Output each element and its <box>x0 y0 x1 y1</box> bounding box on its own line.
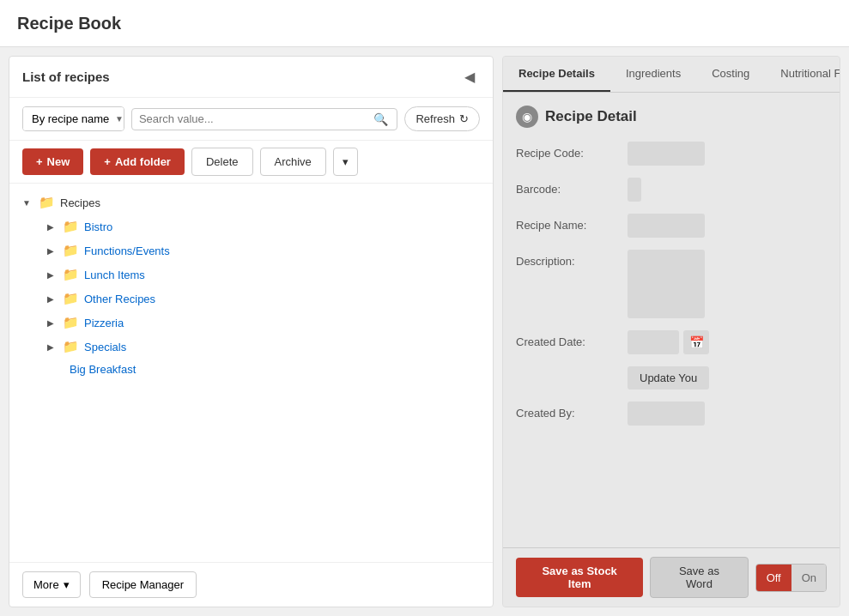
tab-nutritional-facts-label: Nutritional Facts <box>780 67 840 80</box>
archive-button[interactable]: Archive <box>260 148 326 176</box>
search-wrapper: 🔍 <box>131 108 398 130</box>
form-row-recipe-name: Recipe Name: <box>516 214 827 238</box>
save-stock-button[interactable]: Save as Stock Item <box>516 558 643 597</box>
recipe-name-label: Recipe Name: <box>516 214 628 232</box>
delete-label: Delete <box>206 155 239 168</box>
left-panel-title: List of recipes <box>22 69 110 84</box>
pizzeria-label: Pizzeria <box>84 317 124 329</box>
bistro-label: Bistro <box>84 220 112 233</box>
tree-item-other-recipes[interactable]: ▶ 📁 Other Recipes <box>9 287 493 311</box>
more-dropdown-icon: ▾ <box>64 578 70 591</box>
app-title: Recipe Book <box>17 14 121 33</box>
app-header: Recipe Book <box>0 0 849 47</box>
created-date-input[interactable] <box>628 330 679 354</box>
calendar-button[interactable]: 📅 <box>683 330 709 354</box>
recipe-detail-content: ◉ Recipe Detail Recipe Code: Barcode: Re… <box>503 93 840 547</box>
tree-root-label: Recipes <box>60 196 100 209</box>
toggle-group: Off On <box>755 564 827 592</box>
collapse-button[interactable]: ◀ <box>459 67 480 87</box>
tab-recipe-details-label: Recipe Details <box>518 67 595 80</box>
specials-label: Specials <box>84 341 126 353</box>
right-bottom-bar: Save as Stock Item Save as Word Off On <box>503 547 840 607</box>
add-folder-button[interactable]: + Add folder <box>90 148 185 175</box>
toggle-on-label: On <box>802 571 816 584</box>
tree-item-specials[interactable]: ▶ 📁 Specials <box>9 335 493 359</box>
root-folder-icon: 📁 <box>39 195 55 210</box>
form-row-update: Update You <box>516 366 827 390</box>
specials-toggle-icon[interactable]: ▶ <box>44 340 58 353</box>
big-breakfast-label: Big Breakfast <box>70 363 136 376</box>
update-spacer <box>516 366 628 371</box>
functions-folder-icon: 📁 <box>63 243 79 258</box>
bistro-folder-icon: 📁 <box>63 219 79 234</box>
action-row: + New + Add folder Delete Archive ▾ <box>9 141 493 184</box>
other-label: Other Recipes <box>84 293 155 305</box>
delete-button[interactable]: Delete <box>191 148 253 176</box>
tab-ingredients-label: Ingredients <box>626 67 681 80</box>
form-row-barcode: Barcode: <box>516 178 827 202</box>
refresh-button[interactable]: Refresh ↻ <box>404 106 480 131</box>
tab-recipe-details[interactable]: Recipe Details <box>503 57 610 92</box>
tree-item-functions-events[interactable]: ▶ 📁 Functions/Events <box>9 239 493 263</box>
tree-item-pizzeria[interactable]: ▶ 📁 Pizzeria <box>9 311 493 335</box>
new-button[interactable]: + New <box>22 148 83 175</box>
recipe-detail-header: ◉ Recipe Detail <box>516 106 827 128</box>
form-row-description: Description: <box>516 250 827 318</box>
left-panel-header: List of recipes ◀ <box>9 57 493 98</box>
save-stock-label: Save as Stock Item <box>542 565 616 590</box>
pizzeria-folder-icon: 📁 <box>63 315 79 330</box>
search-input[interactable] <box>139 112 373 125</box>
recipe-manager-label: Recipe Manager <box>102 578 184 591</box>
pizzeria-toggle-icon[interactable]: ▶ <box>44 316 58 329</box>
tab-nutritional-facts[interactable]: Nutritional Facts <box>765 57 840 92</box>
tab-costing-label: Costing <box>712 67 749 80</box>
filter-select-wrapper: By recipe name By category By code ▼ <box>22 106 124 131</box>
description-label: Description: <box>516 250 628 268</box>
barcode-label: Barcode: <box>516 178 628 196</box>
add-folder-label: Add folder <box>115 155 171 168</box>
toggle-off-label: Off <box>767 571 781 584</box>
search-icon: 🔍 <box>373 112 388 126</box>
refresh-icon: ↻ <box>459 112 469 125</box>
lunch-label: Lunch Items <box>84 269 145 281</box>
search-button[interactable]: 🔍 <box>372 112 390 126</box>
tree-item-lunch-items[interactable]: ▶ 📁 Lunch Items <box>9 263 493 287</box>
archive-dropdown-icon: ▾ <box>343 155 349 168</box>
tree-item-root[interactable]: ▼ 📁 Recipes <box>9 190 493 214</box>
recipe-manager-button[interactable]: Recipe Manager <box>89 571 197 598</box>
tree-item-bistro[interactable]: ▶ 📁 Bistro <box>9 214 493 239</box>
functions-label: Functions/Events <box>84 245 170 257</box>
tab-costing[interactable]: Costing <box>696 57 765 92</box>
left-panel: List of recipes ◀ By recipe name By cate… <box>9 56 494 607</box>
recipe-name-input[interactable] <box>628 214 705 238</box>
update-button[interactable]: Update You <box>628 366 709 390</box>
toggle-on-button[interactable]: On <box>791 565 827 591</box>
more-label: More <box>33 578 59 591</box>
archive-dropdown-button[interactable]: ▾ <box>333 148 358 176</box>
bistro-toggle-icon[interactable]: ▶ <box>44 220 58 233</box>
created-by-input[interactable] <box>628 402 705 426</box>
date-wrapper: 📅 <box>628 330 709 354</box>
tree-item-big-breakfast[interactable]: Big Breakfast <box>9 359 493 380</box>
more-button[interactable]: More ▾ <box>22 571 81 598</box>
new-label: New <box>47 155 70 168</box>
recipe-detail-title: Recipe Detail <box>545 108 637 125</box>
recipe-code-input[interactable] <box>628 142 705 166</box>
left-bottom-bar: More ▾ Recipe Manager <box>9 562 493 607</box>
recipe-code-label: Recipe Code: <box>516 142 628 160</box>
toolbar-row: By recipe name By category By code ▼ 🔍 R… <box>9 98 493 141</box>
refresh-label: Refresh <box>415 112 455 125</box>
other-toggle-icon[interactable]: ▶ <box>44 292 58 305</box>
created-by-label: Created By: <box>516 402 628 420</box>
toggle-off-button[interactable]: Off <box>756 565 791 591</box>
filter-select[interactable]: By recipe name By category By code <box>23 107 124 130</box>
save-word-button[interactable]: Save as Word <box>650 557 748 598</box>
description-textarea[interactable] <box>628 250 705 318</box>
collapse-icon: ◀ <box>464 69 475 84</box>
tab-ingredients[interactable]: Ingredients <box>610 57 696 92</box>
functions-toggle-icon[interactable]: ▶ <box>44 244 58 257</box>
main-content: List of recipes ◀ By recipe name By cate… <box>0 47 849 616</box>
lunch-toggle-icon[interactable]: ▶ <box>44 268 58 281</box>
root-toggle-icon[interactable]: ▼ <box>20 196 33 209</box>
barcode-input[interactable] <box>628 178 641 202</box>
